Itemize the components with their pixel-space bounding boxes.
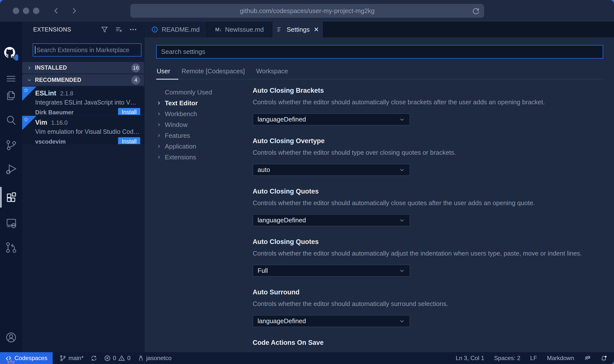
info-icon: [151, 26, 158, 33]
setting-value-dropdown[interactable]: languageDefined: [253, 113, 410, 125]
reload-icon[interactable]: [472, 7, 480, 15]
setting-code-actions-on-save: Code Actions On Save: [253, 339, 603, 347]
language-mode-indicator[interactable]: Markdown: [547, 355, 574, 362]
settings-search-placeholder: Search settings: [161, 48, 205, 56]
more-actions-icon[interactable]: [129, 26, 137, 33]
setting-description: Controls whether the editor should type …: [253, 149, 603, 156]
setting-value-dropdown[interactable]: auto: [253, 164, 410, 176]
setting-title: Code Actions On Save: [253, 339, 603, 347]
star-icon: ☆: [23, 87, 29, 94]
setting-auto-closing-overtype: Auto Closing Overtype Controls whether t…: [253, 137, 603, 176]
indentation-indicator[interactable]: Spaces: 2: [494, 355, 521, 362]
desktop-background: github.com/codespaces/user-my-project-mg…: [0, 0, 614, 364]
close-tab-icon[interactable]: ✕: [314, 26, 319, 33]
extension-version: 2.1.8: [60, 90, 73, 97]
settings-editor: Search settings User Remote [Codespaces]…: [144, 37, 614, 352]
chevron-down-icon: [27, 77, 32, 83]
toc-item-text-editor[interactable]: Text Editor: [156, 98, 242, 108]
person-icon: [138, 355, 144, 362]
settings-scope-tabs: User Remote [Codespaces] Workspace: [157, 67, 614, 75]
menu-icon[interactable]: [0, 70, 22, 88]
setting-description: Controls whether the editor should autom…: [253, 98, 603, 106]
search-icon[interactable]: [0, 112, 22, 129]
browser-chrome: github.com/codespaces/user-my-project-mg…: [0, 0, 614, 22]
feedback-icon: [584, 355, 591, 362]
toc-item-features[interactable]: Features: [156, 130, 242, 141]
setting-auto-closing-brackets: Auto Closing Brackets Controls whether t…: [253, 87, 603, 125]
account-icon[interactable]: [0, 329, 22, 346]
filter-icon[interactable]: [101, 26, 108, 33]
github-codespaces-logo-icon: [0, 45, 22, 63]
back-icon[interactable]: [53, 7, 60, 15]
eol-indicator[interactable]: LF: [530, 355, 537, 362]
activity-bar: [0, 22, 22, 352]
recommended-count-badge: 4: [131, 76, 140, 85]
install-button[interactable]: Install: [118, 137, 140, 144]
extensions-icon[interactable]: [0, 188, 22, 206]
chevron-right-icon: [156, 100, 162, 106]
setting-auto-closing-quotes: Auto Closing Quotes Controls whether the…: [253, 188, 603, 226]
settings-gear-icon[interactable]: [0, 356, 22, 364]
user-indicator[interactable]: jasonetco: [138, 355, 172, 362]
scope-tab-workspace[interactable]: Workspace: [256, 67, 288, 75]
chevron-right-icon: [156, 133, 162, 138]
toc-item-application[interactable]: Application: [156, 141, 242, 152]
explorer-icon[interactable]: [0, 86, 22, 104]
sync-indicator[interactable]: [91, 355, 97, 362]
chevron-down-icon: [399, 268, 405, 274]
feedback-button[interactable]: [584, 355, 591, 362]
chevron-right-icon: [156, 154, 162, 160]
extension-list-item-eslint[interactable]: ☆ ESLint 2.1.8 Integrates ESLint JavaScr…: [22, 87, 144, 115]
window-zoom-button[interactable]: [33, 8, 39, 14]
window-controls[interactable]: [13, 8, 39, 14]
scope-tab-remote[interactable]: Remote [Codespaces]: [182, 67, 245, 75]
installed-section-header[interactable]: INSTALLED 16: [22, 62, 144, 74]
warnings-icon: [118, 355, 125, 362]
tab-newissue[interactable]: M↓ NewIssue.md: [207, 22, 272, 37]
remote-explorer-icon[interactable]: [0, 214, 22, 232]
sidebar-title: EXTENSIONS: [33, 26, 71, 33]
pull-request-icon[interactable]: [0, 239, 22, 256]
window-close-button[interactable]: [13, 8, 19, 14]
scope-tab-user[interactable]: User: [157, 67, 170, 75]
setting-title: Auto Closing Quotes: [253, 238, 603, 246]
toc-item-extensions[interactable]: Extensions: [156, 152, 242, 163]
recommended-section-header[interactable]: RECOMMENDED 4: [22, 74, 144, 86]
tab-settings[interactable]: Settings ✕: [272, 22, 323, 37]
branch-indicator[interactable]: main*: [60, 355, 83, 362]
chevron-right-icon: [27, 65, 32, 71]
setting-value-dropdown[interactable]: Full: [253, 265, 410, 277]
extension-author: vscodevim: [35, 138, 66, 144]
settings-editor-icon: [276, 26, 283, 33]
problems-indicator[interactable]: 0 0: [104, 355, 131, 362]
extensions-search-input[interactable]: Search Extensions in Marketplace: [33, 43, 141, 57]
install-button[interactable]: Install: [118, 108, 140, 115]
address-bar[interactable]: github.com/codespaces/user-my-project-mg…: [130, 4, 484, 18]
run-debug-icon[interactable]: [0, 160, 22, 178]
source-control-icon[interactable]: [0, 136, 22, 154]
extension-name: ESLint: [35, 90, 56, 97]
setting-description: Controls whether the editor should autom…: [253, 250, 603, 257]
setting-description: Controls whether the editor should autom…: [253, 199, 603, 207]
chevron-right-icon: [156, 111, 162, 117]
extension-list-item-vim[interactable]: ☆ Vim 1.16.0 Vim emulation for Visual St…: [22, 116, 144, 144]
forward-icon[interactable]: [70, 7, 78, 15]
status-bar: Codespaces main* 0 0 jasonetco Ln 3, Col…: [0, 352, 614, 364]
tab-readme[interactable]: README.md: [144, 22, 207, 37]
notifications-button[interactable]: [600, 355, 607, 362]
setting-value-dropdown[interactable]: languageDefined: [253, 315, 410, 327]
chevron-down-icon: [399, 116, 405, 123]
settings-search-input[interactable]: Search settings: [156, 45, 603, 59]
setting-auto-closing-quotes-2: Auto Closing Quotes Controls whether the…: [253, 238, 603, 277]
window-minimize-button[interactable]: [23, 8, 29, 14]
cursor-position[interactable]: Ln 3, Col 1: [456, 355, 484, 362]
extension-name: Vim: [35, 119, 47, 126]
setting-value-dropdown[interactable]: languageDefined: [253, 214, 410, 226]
clear-search-results-icon[interactable]: [115, 26, 123, 33]
scope-tabs-divider: [156, 79, 603, 79]
toc-item-workbench[interactable]: Workbench: [156, 108, 242, 119]
toc-item-commonly-used[interactable]: Commonly Used: [156, 87, 242, 98]
setting-title: Auto Closing Quotes: [253, 188, 603, 195]
toc-item-window[interactable]: Window: [156, 119, 242, 130]
sync-icon: [91, 355, 97, 362]
